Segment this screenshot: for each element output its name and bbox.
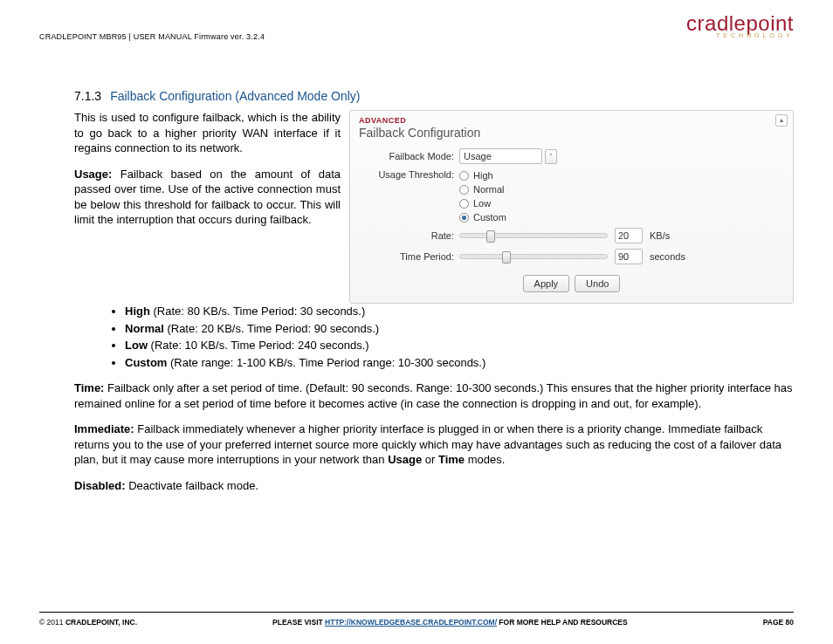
list-item: Low (Rate: 10 KB/s. Time Period: 240 sec… [125,338,794,353]
undo-button[interactable]: Undo [575,275,620,292]
knowledgebase-link[interactable]: HTTP://KNOWLEDGEBASE.CRADLEPOINT.COM/ [325,618,497,627]
failback-mode-value: Usage [464,151,492,161]
list-item: Custom (Rate range: 1-100 KB/s. Time Per… [125,355,794,371]
disabled-paragraph: Disabled: Deactivate failback mode. [74,478,794,494]
logo-text: cradlepoint [686,13,794,34]
time-period-label: Time Period: [359,251,459,262]
section-heading: 7.1.3Failback Configuration (Advanced Mo… [74,89,794,103]
threshold-high-radio[interactable]: High [459,170,506,181]
rate-unit: KB/s [650,230,670,241]
header-product-line: CRADLEPOINT MBR95 | USER MANUAL Firmware… [39,13,265,41]
footer-help-text: PLEASE VISIT HTTP://KNOWLEDGEBASE.CRADLE… [137,618,763,627]
failback-config-panel: ▴ ADVANCED Failback Configuration Failba… [349,110,794,304]
failback-mode-label: Failback Mode: [359,151,459,161]
footer-copyright: © 2011 CRADLEPOINT, INC. [39,618,137,627]
rate-slider-thumb[interactable] [486,230,495,243]
threshold-high-label: High [473,170,493,181]
usage-thresholds-list: High (Rate: 80 KB/s. Time Period: 30 sec… [74,304,794,370]
threshold-low-radio[interactable]: Low [459,198,506,209]
time-period-unit: seconds [650,251,685,262]
threshold-normal-radio[interactable]: Normal [459,184,506,195]
apply-button[interactable]: Apply [523,275,570,292]
usage-paragraph: Usage: Failback based on the amount of d… [74,167,341,228]
threshold-normal-label: Normal [473,184,504,195]
rate-input[interactable]: 20 [615,228,643,243]
footer-page-number: PAGE 80 [763,618,794,627]
usage-threshold-label: Usage Threshold: [359,169,459,180]
rate-slider[interactable] [459,233,608,238]
failback-mode-select[interactable]: Usage [459,148,542,164]
collapse-icon[interactable]: ▴ [775,114,788,127]
time-period-slider-thumb[interactable] [502,251,511,264]
section-title-text: Failback Configuration (Advanced Mode On… [110,89,360,103]
threshold-custom-label: Custom [473,212,506,223]
section-number: 7.1.3 [74,89,101,103]
intro-paragraph: This is used to configure failback, whic… [74,110,341,156]
threshold-low-label: Low [473,198,491,209]
chevron-down-icon[interactable]: ˅ [545,149,557,164]
panel-badge: ADVANCED [359,116,784,125]
brand-logo: cradlepoint TECHNOLOGY [686,13,794,38]
page-footer: © 2011 CRADLEPOINT, INC. PLEASE VISIT HT… [39,612,794,627]
rate-label: Rate: [359,230,459,241]
threshold-custom-radio[interactable]: Custom [459,212,506,223]
immediate-paragraph: Immediate: Failback immediately whenever… [74,421,794,468]
panel-title: Failback Configuration [359,126,784,140]
time-period-input[interactable]: 90 [615,249,643,264]
time-period-slider[interactable] [459,254,608,259]
list-item: Normal (Rate: 20 KB/s. Time Period: 90 s… [125,321,794,337]
list-item: High (Rate: 80 KB/s. Time Period: 30 sec… [125,304,794,319]
time-paragraph: Time: Failback only after a set period o… [74,380,794,411]
